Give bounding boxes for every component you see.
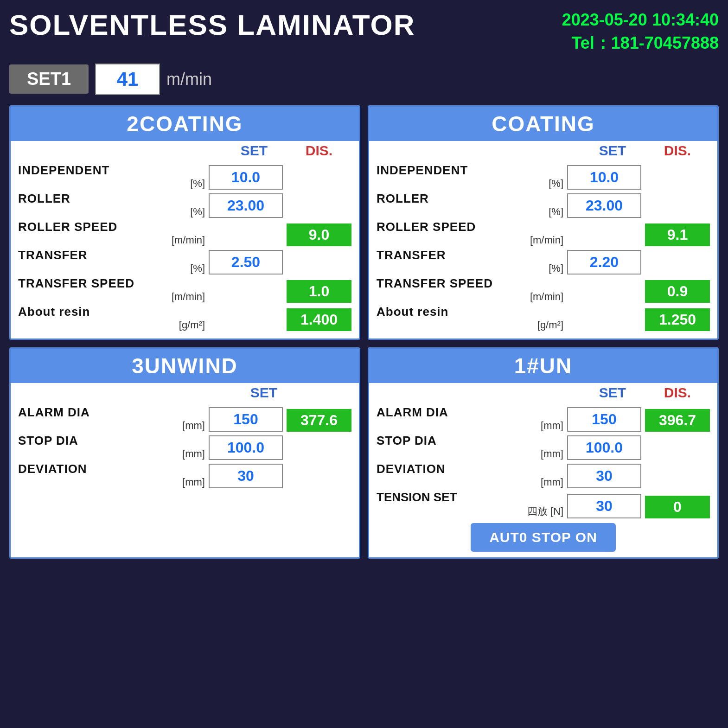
panel-1un-subheader: SET DIS. [369,383,717,402]
speed-unit: m/min [166,70,212,89]
coating-col-set: SET [580,143,645,159]
set-tension-1u[interactable]: 30 [567,494,641,518]
panel-2coating-body: INDEPENDENT [%] 10.0 ROLLER [%] 23.00 [11,160,359,338]
datetime: 2023-05-20 10:34:40 [562,8,719,32]
set-alarm-dia-1u[interactable]: 150 [567,407,641,432]
unit-transfer-c: [%] [377,262,563,275]
panel-coating-body: INDEPENDENT [%] 10.0 ROLLER [%] 23.00 [369,160,717,338]
unit-resin-c: [g/m²] [377,319,563,331]
dis-alarm-dia-1u: 396.7 [645,409,710,432]
dis-alarm-dia-3u: 377.6 [287,409,351,432]
set-deviation-3u[interactable]: 30 [209,464,283,488]
table-row: ROLLER [%] 23.00 [377,192,710,218]
speed-value[interactable]: 41 [95,64,160,95]
panel-1un-body: ALARM DIA [mm] 150 396.7 STOP DIA [mm] 1… [369,402,717,557]
label-independent-2c: INDEPENDENT [18,163,205,178]
set-roller-c[interactable]: 23.00 [567,193,641,218]
table-row: About resin [g/m²] 1.250 [377,305,710,331]
1un-col-dis: DIS. [645,385,710,401]
set-stop-dia-1u[interactable]: 100.0 [567,435,641,460]
label-tension-1u: TENSION SET [377,490,563,504]
unit-independent-c: [%] [377,178,563,190]
unit-tension-1u: 四放 [N] [377,504,563,518]
label-independent-c: INDEPENDENT [377,163,563,178]
unit-deviation-1u: [mm] [377,476,563,488]
2coating-col-dis: DIS. [287,143,351,159]
unit-roller-speed-c: [m/min] [377,234,563,246]
panel-3unwind-title: 3UNWIND [11,349,359,383]
unit-roller-c: [%] [377,206,563,218]
unit-alarm-dia-1u: [mm] [377,420,563,432]
unit-stop-dia-3u: [mm] [18,448,205,460]
label-alarm-dia-1u: ALARM DIA [377,405,563,420]
label-resin-c: About resin [377,305,563,319]
speed-bar: SET1 41 m/min [9,64,719,95]
label-stop-dia-3u: STOP DIA [18,434,205,448]
unit-transfer-speed-c: [m/min] [377,291,563,303]
set-independent-2c[interactable]: 10.0 [209,165,283,190]
set1-button[interactable]: SET1 [9,64,89,94]
table-row: ROLLER SPEED [m/min] 9.1 [377,220,710,246]
dis-roller-speed-c: 9.1 [645,224,710,246]
table-row: INDEPENDENT [%] 10.0 [377,163,710,190]
table-row: TENSION SET 四放 [N] 30 0 [377,490,710,518]
label-stop-dia-1u: STOP DIA [377,434,563,448]
table-row: DEVIATION [mm] 30 [377,462,710,488]
header-info: 2023-05-20 10:34:40 Tel：181-70457888 [562,8,719,55]
table-row: TRANSFER [%] 2.50 [18,248,351,275]
main-grid: 2COATING SET DIS. INDEPENDENT [%] 10.0 [9,105,719,559]
unit-stop-dia-1u: [mm] [377,448,563,460]
unit-independent-2c: [%] [18,178,205,190]
unit-transfer-speed-2c: [m/min] [18,291,205,303]
label-resin-2c: About resin [18,305,205,319]
panel-coating: COATING SET DIS. INDEPENDENT [%] 10.0 [368,105,719,340]
label-transfer-c: TRANSFER [377,248,563,262]
coating-col-dis: DIS. [645,143,710,159]
dis-tension-1u: 0 [645,496,710,518]
set-transfer-c[interactable]: 2.20 [567,250,641,275]
label-deviation-1u: DEVIATION [377,462,563,476]
panel-2coating-subheader: SET DIS. [11,141,359,160]
table-row: INDEPENDENT [%] 10.0 [18,163,351,190]
header: SOLVENTLESS LAMINATOR 2023-05-20 10:34:4… [9,8,719,55]
unit-resin-2c: [g/m²] [18,319,205,331]
label-roller-speed-c: ROLLER SPEED [377,220,563,234]
set-deviation-1u[interactable]: 30 [567,464,641,488]
table-row: About resin [g/m²] 1.400 [18,305,351,331]
dis-roller-speed-2c: 9.0 [287,224,351,246]
set-independent-c[interactable]: 10.0 [567,165,641,190]
unit-roller-speed-2c: [m/min] [18,234,205,246]
panel-3unwind-subheader: SET [11,383,359,402]
table-row: TRANSFER SPEED [m/min] 1.0 [18,276,351,303]
dis-resin-2c: 1.400 [287,308,351,331]
dis-resin-c: 1.250 [645,308,710,331]
table-row: ROLLER SPEED [m/min] 9.0 [18,220,351,246]
dis-transfer-speed-c: 0.9 [645,280,710,303]
screen: SOLVENTLESS LAMINATOR 2023-05-20 10:34:4… [0,0,728,728]
label-roller-2c: ROLLER [18,192,205,206]
set-transfer-2c[interactable]: 2.50 [209,250,283,275]
table-row: STOP DIA [mm] 100.0 [377,434,710,460]
table-row: ROLLER [%] 23.00 [18,192,351,218]
set-stop-dia-3u[interactable]: 100.0 [209,435,283,460]
label-roller-speed-2c: ROLLER SPEED [18,220,205,234]
table-row: DEVIATION [mm] 30 [18,462,351,488]
set-roller-2c[interactable]: 23.00 [209,193,283,218]
table-row: ALARM DIA [mm] 150 396.7 [377,405,710,432]
auto-stop-button[interactable]: AUT0 STOP ON [471,523,616,552]
panel-1un: 1#UN SET DIS. ALARM DIA [mm] 150 396.7 [368,347,719,559]
unit-roller-2c: [%] [18,206,205,218]
label-alarm-dia-3u: ALARM DIA [18,405,205,420]
1un-col-set: SET [580,385,645,401]
3unwind-col-set: SET [250,385,277,401]
panel-coating-subheader: SET DIS. [369,141,717,160]
app-title: SOLVENTLESS LAMINATOR [9,8,415,41]
panel-1un-title: 1#UN [369,349,717,383]
unit-deviation-3u: [mm] [18,476,205,488]
unit-alarm-dia-3u: [mm] [18,420,205,432]
unit-transfer-2c: [%] [18,262,205,275]
set-alarm-dia-3u[interactable]: 150 [209,407,283,432]
panel-coating-title: COATING [369,107,717,141]
label-transfer-2c: TRANSFER [18,248,205,262]
panel-3unwind-body: ALARM DIA [mm] 150 377.6 STOP DIA [mm] 1… [11,402,359,496]
